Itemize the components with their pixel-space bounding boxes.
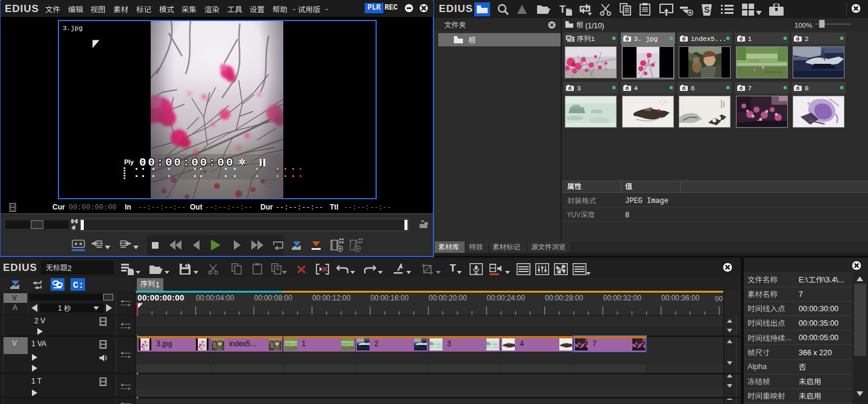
svg-text:T: T <box>559 4 566 15</box>
svg-text:C:: C: <box>73 281 83 289</box>
svg-text:S: S <box>704 5 709 14</box>
